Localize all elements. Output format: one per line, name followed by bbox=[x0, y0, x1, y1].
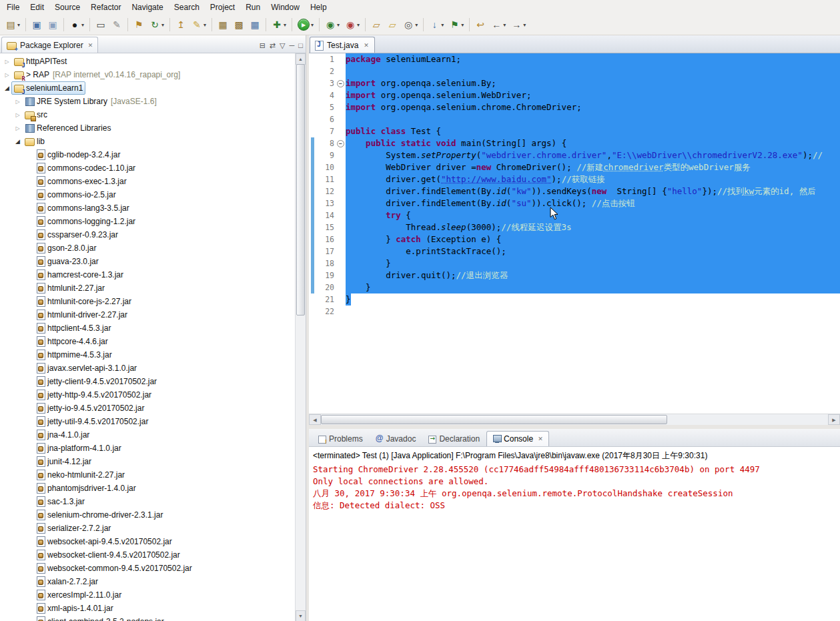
open-console-button[interactable]: ▭ bbox=[93, 16, 109, 33]
code-text[interactable]: import org.openqa.selenium.WebDriver; bbox=[346, 89, 840, 101]
menu-help[interactable]: Help bbox=[305, 1, 332, 14]
dropdown-arrow-icon[interactable]: ▾ bbox=[503, 22, 506, 28]
tree-item-websocket-client-9-4-5-v20170502-jar[interactable]: websocket-client-9.4.5.v20170502.jar bbox=[0, 548, 296, 562]
dropdown-arrow-icon[interactable]: ▾ bbox=[357, 22, 360, 28]
minimize-icon[interactable]: ─ bbox=[290, 41, 295, 50]
menu-navigate[interactable]: Navigate bbox=[126, 1, 168, 14]
tree-item-commons-logging-1-2-jar[interactable]: commons-logging-1.2.jar bbox=[0, 215, 296, 228]
code-line-5[interactable]: 5import org.openqa.selenium.chrome.Chrom… bbox=[309, 101, 840, 113]
tree-item-commons-exec-1-3-jar[interactable]: commons-exec-1.3.jar bbox=[0, 175, 296, 188]
open-resource-button[interactable]: ▱ bbox=[384, 16, 400, 33]
menu-project[interactable]: Project bbox=[205, 1, 240, 14]
tree-item-httpcore-4-4-6-jar[interactable]: httpcore-4.4.6.jar bbox=[0, 335, 296, 348]
open-type-button[interactable]: ▱ bbox=[368, 16, 384, 33]
tree-item-cglib-nodep-3-2-4-jar[interactable]: cglib-nodep-3.2.4.jar bbox=[0, 148, 296, 161]
chevron-collapsed-icon[interactable]: ▷ bbox=[13, 112, 22, 118]
code-text[interactable]: import org.openqa.selenium.By; bbox=[346, 77, 840, 89]
menu-search[interactable]: Search bbox=[169, 1, 205, 14]
menu-refactor[interactable]: Refactor bbox=[85, 1, 126, 14]
code-line-12[interactable]: 12 driver.findElement(By.id("kw")).sendK… bbox=[309, 185, 840, 197]
fold-collapse-icon[interactable] bbox=[336, 77, 346, 89]
tree-item-xalan-2-7-2-jar[interactable]: xalan-2.7.2.jar bbox=[0, 575, 296, 588]
scroll-down-icon[interactable]: ▼ bbox=[296, 610, 306, 621]
code-text[interactable]: package seleniumLearn1; bbox=[346, 53, 840, 65]
scrollbar-thumb[interactable] bbox=[296, 64, 305, 316]
code-line-19[interactable]: 19 driver.quit();//退出浏览器 bbox=[309, 269, 840, 281]
tree-item-phantomjsdriver-1-4-0-jar[interactable]: phantomjsdriver-1.4.0.jar bbox=[0, 482, 296, 495]
run-external-tools-button[interactable]: ●▾ bbox=[67, 16, 87, 33]
show-table-button[interactable]: ▦ bbox=[247, 16, 263, 33]
new-task-button[interactable]: ⚑ bbox=[131, 16, 147, 33]
tree-item-commons-io-2-5-jar[interactable]: commons-io-2.5.jar bbox=[0, 188, 296, 201]
tree-scrollbar[interactable]: ▲ ▼ bbox=[295, 53, 306, 621]
code-text[interactable] bbox=[346, 65, 840, 77]
tree-item-rap[interactable]: ▷> RAP[RAP internet_v0.14.16_rapapi_org] bbox=[0, 68, 296, 81]
dropdown-arrow-icon[interactable]: ▾ bbox=[311, 22, 314, 28]
tree-item-guava-23-0-jar[interactable]: guava-23.0.jar bbox=[0, 255, 296, 268]
tree-item-commons-lang3-3-5-jar[interactable]: commons-lang3-3.5.jar bbox=[0, 201, 296, 215]
last-edit-location-button[interactable]: ↩ bbox=[472, 16, 488, 33]
tree-item-lib[interactable]: ◢lib bbox=[0, 135, 296, 148]
tree-item-jna-4-1-0-jar[interactable]: jna-4.1.0.jar bbox=[0, 428, 296, 442]
chevron-expanded-icon[interactable]: ◢ bbox=[3, 85, 11, 91]
tree-item-commons-codec-1-10-jar[interactable]: commons-codec-1.10.jar bbox=[0, 161, 296, 175]
save-all-button[interactable]: ▣ bbox=[45, 16, 61, 33]
scrollbar-track[interactable] bbox=[321, 414, 828, 425]
dropdown-arrow-icon[interactable]: ▾ bbox=[81, 22, 84, 28]
code-text[interactable]: driver.findElement(By.id("su")).click();… bbox=[346, 197, 840, 209]
tree-item-jetty-util-9-4-5-v20170502-jar[interactable]: jetty-util-9.4.5.v20170502.jar bbox=[0, 415, 296, 428]
code-line-20[interactable]: 20 } bbox=[309, 281, 840, 293]
code-text[interactable]: } bbox=[346, 293, 840, 305]
code-line-4[interactable]: 4import org.openqa.selenium.WebDriver; bbox=[309, 89, 840, 101]
menu-file[interactable]: File bbox=[1, 1, 25, 14]
maximize-icon[interactable]: □ bbox=[298, 41, 303, 50]
tree-item-sac-1-3-jar[interactable]: sac-1.3.jar bbox=[0, 495, 296, 508]
code-text[interactable]: public class Test { bbox=[346, 125, 840, 137]
code-text[interactable]: e.printStackTrace(); bbox=[346, 245, 840, 257]
code-text[interactable] bbox=[346, 305, 840, 318]
tree-item-xercesimpl-2-11-0-jar[interactable]: xercesImpl-2.11.0.jar bbox=[0, 588, 296, 602]
link-with-editor-icon[interactable]: ⇄ bbox=[270, 41, 276, 50]
close-tab-icon[interactable]: ✕ bbox=[538, 436, 543, 442]
menu-window[interactable]: Window bbox=[266, 1, 305, 14]
code-text[interactable]: driver.get("http://www.baidu.com");//获取链… bbox=[346, 173, 840, 185]
tree-item-selenium-chrome-driver-2-3-1-jar[interactable]: selenium-chrome-driver-2.3.1.jar bbox=[0, 508, 296, 522]
scrollbar-thumb[interactable] bbox=[321, 415, 667, 424]
tree-item-htmlunit-driver-2-27-jar[interactable]: htmlunit-driver-2.27.jar bbox=[0, 308, 296, 322]
refresh-button[interactable]: ↻▾ bbox=[147, 16, 167, 33]
dropdown-arrow-icon[interactable]: ▾ bbox=[17, 22, 20, 28]
code-line-17[interactable]: 17 e.printStackTrace(); bbox=[309, 245, 840, 257]
tree-item-src[interactable]: ▷src bbox=[0, 108, 296, 121]
commit-button[interactable]: ↥ bbox=[173, 16, 189, 33]
tree-item-htmlunit-2-27-jar[interactable]: htmlunit-2.27.jar bbox=[0, 281, 296, 295]
code-text[interactable]: driver.quit();//退出浏览器 bbox=[346, 269, 840, 281]
code-line-14[interactable]: 14 try { bbox=[309, 209, 840, 221]
tree-item-cssparser-0-9-23-jar[interactable]: cssparser-0.9.23.jar bbox=[0, 228, 296, 241]
tree-item-websocket-common-9-4-5-v20170502-jar[interactable]: websocket-common-9.4.5.v20170502.jar bbox=[0, 562, 296, 575]
tree-item-xml-apis-1-4-01-jar[interactable]: xml-apis-1.4.01.jar bbox=[0, 602, 296, 615]
code-line-2[interactable]: 2 bbox=[309, 65, 840, 77]
tree-item-referenced-libraries[interactable]: ▷Referenced Libraries bbox=[0, 121, 296, 135]
tab-console[interactable]: Console✕ bbox=[486, 431, 549, 446]
collapse-all-icon[interactable]: ⊟ bbox=[260, 41, 266, 50]
tree-item-neko-htmlunit-2-27-jar[interactable]: neko-htmlunit-2.27.jar bbox=[0, 468, 296, 482]
dropdown-arrow-icon[interactable]: ▾ bbox=[337, 22, 340, 28]
code-text[interactable] bbox=[346, 113, 840, 125]
code-line-15[interactable]: 15 Thread.sleep(3000);//线程延迟设置3s bbox=[309, 221, 840, 233]
new-button[interactable]: ▤▾ bbox=[3, 16, 23, 33]
code-text[interactable]: } catch (Exception e) { bbox=[346, 233, 840, 245]
tree-item-javax-servlet-api-3-1-0-jar[interactable]: javax.servlet-api-3.1.0.jar bbox=[0, 362, 296, 375]
tree-item-jetty-io-9-4-5-v20170502-jar[interactable]: jetty-io-9.4.5.v20170502.jar bbox=[0, 402, 296, 415]
dropdown-arrow-icon[interactable]: ▾ bbox=[161, 22, 164, 28]
import-button[interactable]: ▦ bbox=[215, 16, 231, 33]
code-text[interactable]: System.setProperty("webdriver.chrome.dri… bbox=[346, 149, 840, 161]
tree-item-httpclient-4-5-3-jar[interactable]: httpclient-4.5.3.jar bbox=[0, 322, 296, 335]
tree-item-hamcrest-core-1-3-jar[interactable]: hamcrest-core-1.3.jar bbox=[0, 268, 296, 281]
dropdown-arrow-icon[interactable]: ▾ bbox=[203, 22, 206, 28]
chevron-collapsed-icon[interactable]: ▷ bbox=[3, 59, 11, 65]
code-line-18[interactable]: 18 } bbox=[309, 257, 840, 269]
format-button[interactable]: ✎ bbox=[109, 16, 125, 33]
save-button[interactable]: ▣ bbox=[29, 16, 45, 33]
forward-button[interactable]: →▾ bbox=[508, 16, 528, 33]
scroll-right-icon[interactable]: ▶ bbox=[828, 414, 840, 425]
